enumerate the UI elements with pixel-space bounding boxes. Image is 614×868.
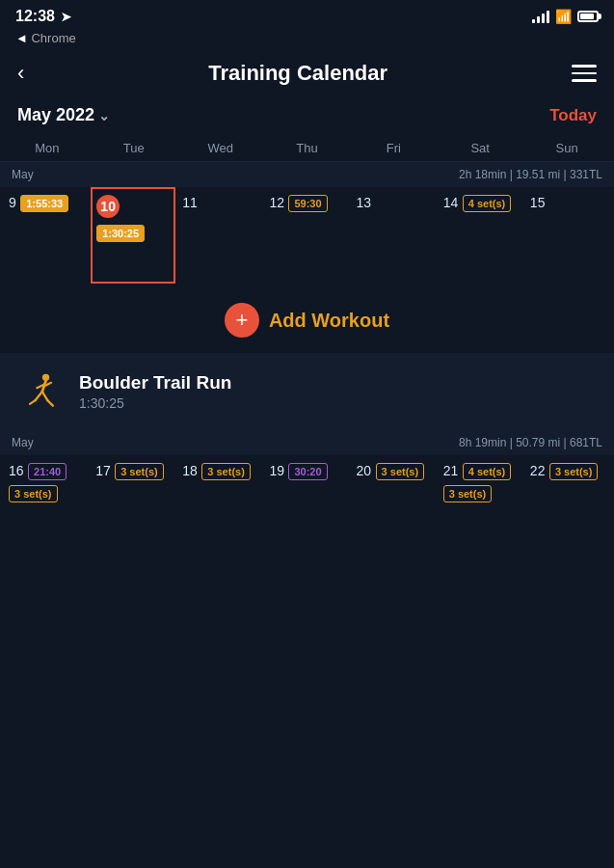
add-workout-button[interactable]: + <box>225 303 259 338</box>
day-num-16: 16 <box>9 463 24 478</box>
badge-10: 1:30:25 <box>96 225 145 242</box>
day-15[interactable]: 15 <box>525 187 610 284</box>
day-header-mon: Mon <box>4 135 91 161</box>
status-bar: 12:38 ➤ 📶 <box>0 0 614 29</box>
badge-21-b: 3 set(s) <box>443 485 493 502</box>
browser-bar: ◄ Chrome <box>0 29 614 51</box>
svg-line-4 <box>36 392 42 400</box>
day-num-11: 11 <box>182 195 198 210</box>
day-num-12: 12 <box>269 195 284 210</box>
workout-time: 1:30:25 <box>79 395 231 411</box>
day-header-wed: Wed <box>177 135 264 161</box>
header: ‹ Training Calendar <box>0 51 614 99</box>
day-16[interactable]: 16 21:40 3 set(s) <box>4 455 89 542</box>
month-nav: May 2022 ⌄ Today <box>0 99 614 135</box>
status-icons: 📶 <box>532 9 599 24</box>
wifi-icon: 📶 <box>555 9 572 24</box>
week1-stats: 2h 18min | 19.51 mi | 331TL <box>459 168 602 181</box>
menu-button[interactable] <box>572 65 597 82</box>
day-21[interactable]: 21 4 set(s) 3 set(s) <box>439 455 523 542</box>
day-num-22: 22 <box>530 463 546 478</box>
day-num-9: 9 <box>9 195 16 210</box>
page-title: Training Calendar <box>208 61 387 86</box>
badge-22: 3 set(s) <box>549 463 599 480</box>
badge-20: 3 set(s) <box>376 463 425 480</box>
day-num-21: 21 <box>443 463 459 478</box>
day-9[interactable]: 9 1:55:33 <box>4 187 89 284</box>
location-icon: ➤ <box>61 10 71 24</box>
badge-19: 30:20 <box>288 463 327 480</box>
badge-12: 59:30 <box>288 195 327 212</box>
day-header-sun: Sun <box>523 135 610 161</box>
day-header-thu: Thu <box>264 135 351 161</box>
day-num-13: 13 <box>357 195 372 210</box>
month-label: May 2022 <box>17 105 94 125</box>
add-workout-label[interactable]: Add Workout <box>269 310 389 332</box>
month-chevron-icon: ⌄ <box>98 108 110 123</box>
badge-21-a: 4 set(s) <box>463 463 512 480</box>
week2-month: May <box>12 436 34 449</box>
today-button[interactable]: Today <box>549 106 597 125</box>
badge-17: 3 set(s) <box>115 463 164 480</box>
day-12[interactable]: 12 59:30 <box>264 187 349 284</box>
status-time: 12:38 <box>15 8 55 25</box>
back-button[interactable]: ‹ <box>17 61 24 86</box>
browser-back[interactable]: ◄ <box>15 31 31 45</box>
day-10[interactable]: 10 1:30:25 <box>91 187 175 284</box>
workout-detail[interactable]: Boulder Trail Run 1:30:25 <box>0 353 614 430</box>
svg-line-7 <box>47 400 52 406</box>
day-num-10: 10 <box>96 195 120 218</box>
week2-stats: 8h 19min | 50.79 mi | 681TL <box>459 436 602 449</box>
day-14[interactable]: 14 4 set(s) <box>439 187 523 284</box>
day-19[interactable]: 19 30:20 <box>264 455 349 542</box>
week2-grid: 16 21:40 3 set(s) 17 3 set(s) 18 3 set(s… <box>0 455 614 542</box>
week1-month: May <box>12 168 34 181</box>
workout-name: Boulder Trail Run <box>79 372 231 393</box>
day-header-tue: Tue <box>91 135 177 161</box>
signal-icon <box>532 10 549 23</box>
day-num-17: 17 <box>95 463 111 478</box>
battery-icon <box>577 11 599 22</box>
badge-16-a: 21:40 <box>28 463 67 480</box>
badge-16-b: 3 set(s) <box>9 485 58 502</box>
day-17[interactable]: 17 3 set(s) <box>91 455 175 542</box>
day-11[interactable]: 11 <box>177 187 262 284</box>
badge-9: 1:55:33 <box>20 195 68 212</box>
week1-summary: May 2h 18min | 19.51 mi | 331TL <box>0 162 614 187</box>
badge-14: 4 set(s) <box>463 195 512 212</box>
browser-label: Chrome <box>31 31 75 45</box>
day-22[interactable]: 22 3 set(s) <box>525 455 610 542</box>
workout-icon <box>17 368 64 415</box>
badge-18: 3 set(s) <box>201 463 251 480</box>
day-headers: Mon Tue Wed Thu Fri Sat Sun <box>0 135 614 162</box>
workout-info: Boulder Trail Run 1:30:25 <box>79 372 231 411</box>
calendar: Mon Tue Wed Thu Fri Sat Sun May 2h 18min… <box>0 135 614 284</box>
day-num-15: 15 <box>530 195 546 210</box>
day-header-fri: Fri <box>350 135 437 161</box>
day-header-sat: Sat <box>437 135 523 161</box>
day-18[interactable]: 18 3 set(s) <box>177 455 262 542</box>
month-selector[interactable]: May 2022 ⌄ <box>17 105 110 125</box>
add-workout-row: + Add Workout <box>0 284 614 353</box>
day-num-19: 19 <box>269 463 284 478</box>
week2-summary: May 8h 19min | 50.79 mi | 681TL <box>0 430 614 455</box>
week1-grid: 9 1:55:33 10 1:30:25 11 12 59:30 13 14 4… <box>0 187 614 284</box>
day-num-18: 18 <box>182 463 198 478</box>
day-num-20: 20 <box>357 463 372 478</box>
svg-line-6 <box>42 392 48 400</box>
week2-calendar: May 8h 19min | 50.79 mi | 681TL 16 21:40… <box>0 430 614 542</box>
day-13[interactable]: 13 <box>352 187 437 284</box>
day-num-14: 14 <box>443 195 459 210</box>
day-20[interactable]: 20 3 set(s) <box>352 455 437 542</box>
svg-line-5 <box>30 400 36 404</box>
